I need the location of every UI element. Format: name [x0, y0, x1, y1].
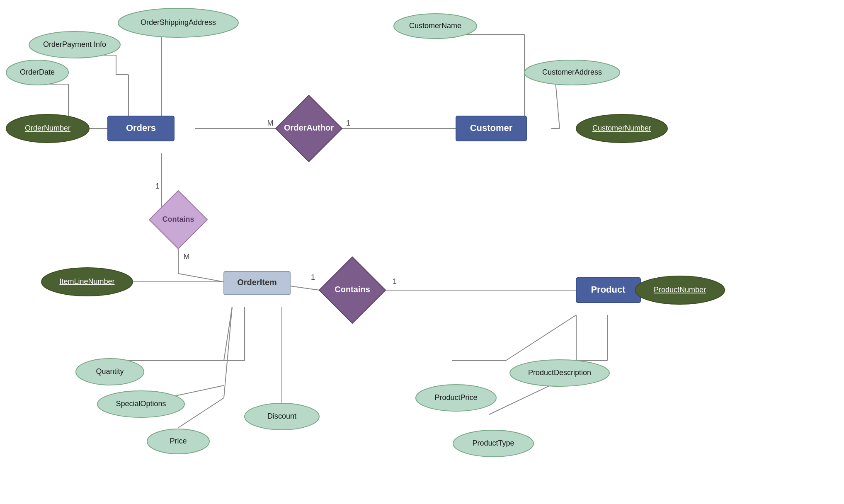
productprice-text: ProductPrice [434, 393, 477, 402]
orderdate-text: OrderDate [20, 68, 55, 76]
ordershipping-text: OrderShippingAddress [141, 18, 216, 27]
customeraddress-text: CustomerAddress [542, 68, 602, 76]
card-1a: 1 [346, 119, 350, 127]
er-diagram: Orders Customer OrderItem Product OrderA… [0, 0, 844, 504]
svg-line-25 [506, 315, 576, 361]
producttype-text: ProductType [472, 439, 514, 447]
discount-text: Discount [267, 412, 296, 420]
specialoptions-text: SpecialOptions [116, 400, 166, 408]
card-m1: M [267, 119, 274, 127]
orders-label: Orders [126, 123, 156, 133]
orderpayment-text: OrderPayment Info [43, 40, 106, 48]
price-text: Price [170, 437, 187, 445]
product-label: Product [591, 284, 626, 295]
svg-line-15 [555, 82, 560, 128]
quantity-text: Quantity [96, 367, 124, 376]
card-1d: 1 [393, 277, 397, 286]
svg-line-18 [178, 274, 224, 282]
ordernumber-text: OrderNumber [25, 124, 70, 132]
card-m2: M [184, 252, 190, 261]
card-1c: 1 [311, 273, 315, 281]
orderitem-label: OrderItem [237, 278, 277, 287]
svg-line-34 [178, 398, 224, 428]
customernumber-text: CustomerNumber [592, 124, 651, 132]
orderauthor-label: OrderAuthor [284, 123, 334, 132]
contains2-label: Contains [335, 285, 370, 294]
productdesc-text: ProductDescription [528, 368, 591, 377]
contains1-label: Contains [162, 215, 194, 223]
productnumber-text: ProductNumber [654, 286, 706, 294]
customername-text: CustomerName [409, 22, 461, 30]
svg-line-20 [290, 286, 319, 290]
itemlinenumber-text: ItemLineNumber [59, 277, 114, 286]
customer-label: Customer [470, 123, 513, 133]
card-1b: 1 [155, 182, 160, 190]
